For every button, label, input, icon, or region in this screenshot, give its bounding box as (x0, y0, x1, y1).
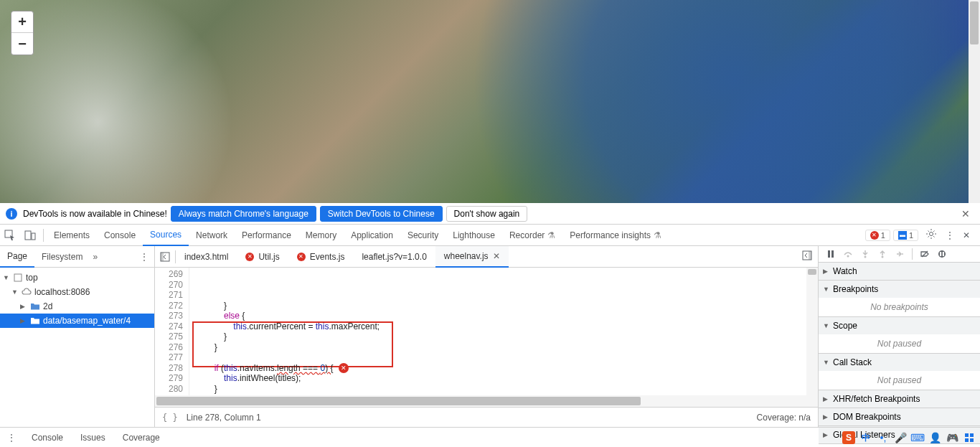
map-scrollbar-thumb[interactable] (970, 1, 979, 44)
code-line[interactable]: else { (189, 311, 818, 321)
code-line[interactable] (189, 352, 818, 363)
step-into-button[interactable] (857, 246, 873, 262)
toggle-navigator-button[interactable] (155, 252, 175, 262)
sogou-ime-icon[interactable]: S (842, 431, 855, 444)
code-line[interactable] (189, 394, 818, 395)
editor-vertical-scrollbar[interactable] (806, 268, 818, 395)
devtools-tab-lighthouse[interactable]: Lighthouse (446, 225, 502, 246)
file-tab-index3-html[interactable]: index3.html (176, 246, 237, 268)
ime-language-icon[interactable]: 中 (859, 431, 872, 444)
devtools-close-button[interactable]: ✕ (958, 230, 974, 240)
close-tab-button[interactable]: ✕ (493, 251, 500, 261)
devtools-tab-security[interactable]: Security (400, 225, 446, 246)
pause-button[interactable] (823, 246, 839, 262)
cursor-position: Line 278, Column 1 (187, 413, 261, 423)
drawer-tab-issues[interactable]: Issues (72, 433, 114, 443)
file-tab-events-js[interactable]: ✕Events.js (288, 246, 354, 268)
xhr-breakpoints-section: ▶XHR/fetch Breakpoints (819, 390, 980, 408)
dom-breakpoints-header[interactable]: ▶DOM Breakpoints (819, 408, 980, 425)
devtools-tab-application[interactable]: Application (344, 225, 400, 246)
always-match-language-button[interactable]: Always match Chrome's language (171, 206, 316, 222)
svg-point-14 (902, 253, 903, 255)
tree-node-top[interactable]: ▼top (0, 270, 154, 285)
tree-node-folder-selected[interactable]: ▶data/basemap_water/4 (0, 314, 154, 328)
devtools-tab-performance-insights[interactable]: Performance insights ⚗ (562, 225, 669, 246)
error-icon: ✕ (245, 253, 254, 261)
navigator-more-tabs[interactable]: » (93, 252, 98, 262)
frame-icon (13, 273, 23, 283)
keyboard-icon[interactable]: ⌨ (911, 431, 924, 444)
step-over-button[interactable] (840, 246, 856, 262)
tray-gamepad-icon[interactable]: 🎮 (946, 431, 958, 444)
dont-show-again-button[interactable]: Don't show again (446, 206, 528, 222)
devtools-tab-performance[interactable]: Performance (235, 225, 298, 246)
inspect-element-button[interactable] (0, 225, 20, 246)
tray-apps-icon[interactable] (963, 431, 976, 444)
devtools-menu-button[interactable]: ⋮ (941, 230, 958, 240)
watch-header[interactable]: ▶Watch (819, 263, 980, 280)
devtools-tab-elements[interactable]: Elements (47, 225, 97, 246)
file-tab-wheelnav-js[interactable]: wheelnav.js✕ (435, 246, 509, 268)
tray-app-icon[interactable]: 👤 (928, 431, 941, 444)
code-line[interactable]: if (this.navItems.length === 0) { ✕ (189, 363, 818, 374)
error-count: 1 (881, 231, 885, 240)
section-title: XHR/fetch Breakpoints (833, 394, 920, 404)
notification-close-button[interactable]: ✕ (957, 208, 974, 220)
device-toolbar-button[interactable] (20, 225, 40, 246)
tree-node-host[interactable]: ▼localhost:8086 (0, 285, 154, 299)
breakpoints-header[interactable]: ▼Breakpoints (819, 281, 980, 298)
tree-arrow-icon: ▼ (3, 274, 10, 281)
file-tab-label: wheelnav.js (444, 251, 489, 261)
file-tab-bar: index3.html✕Util.js✕Events.jsleaflet.js?… (155, 246, 818, 268)
xhr-breakpoints-header[interactable]: ▶XHR/fetch Breakpoints (819, 390, 980, 408)
deactivate-breakpoints-button[interactable] (917, 246, 933, 262)
scrollbar-thumb[interactable] (808, 269, 816, 275)
map-viewport[interactable]: + − (0, 0, 980, 203)
debugger-toolbar (819, 246, 980, 263)
toggle-debugger-button[interactable] (796, 250, 818, 263)
devtools-tab-recorder[interactable]: Recorder ⚗ (502, 225, 562, 246)
pause-on-exceptions-button[interactable] (934, 246, 950, 262)
line-number-gutter[interactable]: 269270271272273274275276277278279280281 (155, 268, 189, 395)
drawer-tab-coverage[interactable]: Coverage (114, 433, 169, 443)
zoom-in-button[interactable]: + (11, 11, 33, 33)
scrollbar-thumb[interactable] (156, 397, 641, 405)
step-button[interactable] (892, 246, 908, 262)
map-scrollbar[interactable] (969, 0, 980, 203)
file-tab-util-js[interactable]: ✕Util.js (237, 246, 288, 268)
devtools-tab-sources[interactable]: Sources (143, 225, 189, 246)
code-editor[interactable]: 269270271272273274275276277278279280281 … (155, 268, 818, 395)
file-tab-leaflet-js-v-1-0-0[interactable]: leaflet.js?v=1.0.0 (353, 246, 435, 268)
cloud-icon (22, 287, 32, 297)
error-counter[interactable]: ✕1 (865, 230, 890, 241)
drawer-menu-button[interactable]: ⋮ (0, 433, 23, 443)
navigator-menu-button[interactable]: ⋮ (134, 252, 154, 262)
callstack-header[interactable]: ▼Call Stack (819, 354, 980, 371)
issues-counter[interactable]: ▬1 (893, 230, 918, 241)
step-out-button[interactable] (875, 246, 890, 262)
error-icon: ✕ (870, 231, 879, 240)
code-line[interactable]: } (189, 384, 818, 395)
code-line[interactable]: } (189, 331, 818, 342)
navigator-tab-page[interactable]: Page (0, 246, 34, 268)
navigator-tab-filesystem[interactable]: Filesystem (34, 246, 90, 268)
devtools-tab-console[interactable]: Console (97, 225, 143, 246)
scope-header[interactable]: ▼Scope (819, 317, 980, 334)
ime-punctuation-icon[interactable]: •, (877, 431, 890, 444)
settings-button[interactable] (921, 228, 941, 242)
devtools-tab-network[interactable]: Network (189, 225, 235, 246)
editor-horizontal-scrollbar[interactable] (155, 395, 818, 407)
microphone-icon[interactable]: 🎤 (894, 431, 907, 444)
switch-devtools-chinese-button[interactable]: Switch DevTools to Chinese (320, 206, 443, 222)
tree-node-folder[interactable]: ▶2d (0, 299, 154, 314)
code-line[interactable]: } (189, 301, 818, 311)
code-line[interactable]: this.initWheel(titles); (189, 373, 818, 384)
file-tree: ▼top ▼localhost:8086 ▶2d ▶data/basemap_w… (0, 268, 154, 427)
zoom-out-button[interactable]: − (11, 33, 33, 55)
code-line[interactable]: } (189, 342, 818, 353)
drawer-tab-console[interactable]: Console (23, 433, 72, 443)
pretty-print-button[interactable]: { } (162, 413, 178, 423)
code-line[interactable]: this.currentPercent = this.maxPercent; (189, 321, 818, 332)
code-content[interactable]: } else { this.currentPercent = this.maxP… (189, 268, 818, 395)
devtools-tab-memory[interactable]: Memory (298, 225, 344, 246)
